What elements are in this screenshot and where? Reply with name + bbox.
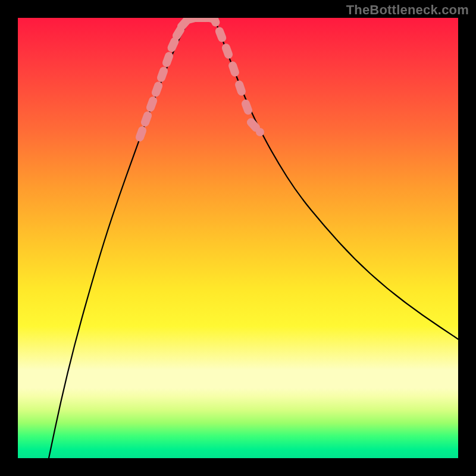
series-left-branch <box>49 18 190 458</box>
curve-layer <box>18 18 458 458</box>
series-pink-overlay-left <box>140 18 189 137</box>
series-right-branch <box>214 18 458 339</box>
watermark-text: TheBottleneck.com <box>346 2 469 18</box>
chart-stage: TheBottleneck.com <box>0 0 476 476</box>
plot-area <box>18 18 458 458</box>
